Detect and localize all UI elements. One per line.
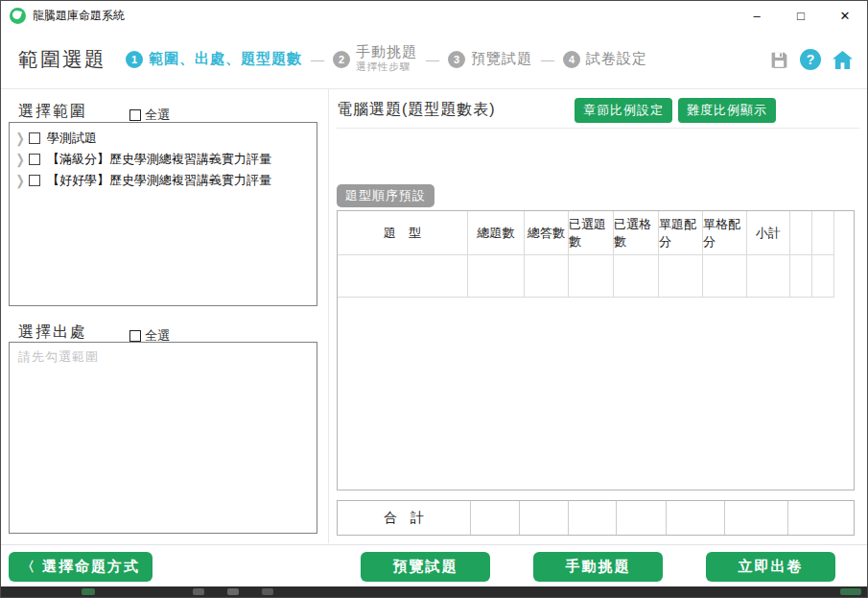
home-icon[interactable] [832,50,854,70]
column-header: 小計 [747,211,790,255]
table-cell[interactable] [338,255,468,298]
app-window: 龍騰題庫命題系統 – □ ✕ 範圍選題 1 範圍、出處、題型題數 — 2 手動挑… [0,0,868,598]
header: 範圍選題 1 範圍、出處、題型題數 — 2 手動挑題 選擇性步驟 — 3 預覽試… [1,30,867,89]
table-cell[interactable] [790,255,812,298]
table-cell[interactable] [747,255,790,298]
chapter-ratio-button[interactable]: 章節比例設定 [575,98,672,123]
step-2-number: 2 [333,51,350,68]
taskbar-icon [262,588,273,595]
title-bar: 龍騰題庫命題系統 – □ ✕ [1,1,867,30]
question-order-default-badge[interactable]: 題型順序預設 [337,184,434,207]
footer-bar: 〈 選擇命題方式 預覽試題 手動挑題 立即出卷 [1,544,867,588]
range-tree-item[interactable]: ❯ 【好好學】歷史學測總複習講義實力評量 [13,170,313,191]
range-item-label: 【滿級分】歷史學測總複習講義實力評量 [47,151,271,168]
source-placeholder-text: 請先勾選範圍 [18,348,99,366]
total-label: 合 計 [338,501,471,535]
step-1-label: 範圍、出處、題型題數 [149,51,302,67]
total-cell [667,501,725,535]
step-2-label: 手動挑題 [356,44,417,60]
source-select-all-checkbox[interactable] [129,330,141,342]
total-cell [788,501,852,535]
column-header: 已選題數 [569,211,614,255]
step-3-number: 3 [448,51,465,68]
table-cell[interactable] [569,255,614,298]
help-icon[interactable]: ? [800,49,821,70]
step-2-manual-pick[interactable]: 2 手動挑題 選擇性步驟 [333,44,417,74]
range-item-label: 學測試題 [47,130,97,147]
table-cell[interactable] [614,255,659,298]
manual-pick-button[interactable]: 手動挑題 [533,552,663,582]
range-item-checkbox[interactable] [29,132,40,144]
total-row-table: 合 計 [337,500,855,536]
step-4-label: 試卷設定 [586,51,647,67]
step-separator: — [311,52,324,67]
source-list-box: 請先勾選範圍 [9,342,317,534]
close-button[interactable]: ✕ [823,1,867,30]
panel-divider [328,89,329,543]
back-chevron-icon: 〈 [21,559,36,576]
question-type-table: 題 型 總題數 總答數 已選題數 已選格數 單題配分 單格配分 小計 [337,210,855,490]
column-header: 單題配分 [659,211,703,255]
main-area: 選擇範圍 全選 ❯ 學測試題 ❯ 【滿級分】歷史學測總複習講義實力評量 ❯ [1,89,867,544]
range-tree-item[interactable]: ❯ 學測試題 [13,128,313,149]
range-item-checkbox[interactable] [29,154,40,165]
window-title: 龍騰題庫命題系統 [33,8,125,24]
save-icon[interactable] [769,50,789,70]
table-cell[interactable] [525,255,569,298]
range-tree-item[interactable]: ❯ 【滿級分】歷史學測總複習講義實力評量 [13,149,313,170]
computer-selection-title: 電腦選題(題型題數表) [337,100,496,120]
step-3-preview[interactable]: 3 預覽試題 [448,51,532,68]
minimize-button[interactable]: – [735,1,779,30]
taskbar-icon [82,588,95,595]
difficulty-ratio-button[interactable]: 難度比例顯示 [678,98,776,123]
step-1-number: 1 [126,51,143,68]
column-header [812,211,834,255]
step-3-label: 預覽試題 [471,51,532,67]
total-cell [520,501,569,535]
taskbar-icon [193,588,204,595]
expand-chevron-icon[interactable]: ❯ [13,152,27,168]
back-to-mode-button[interactable]: 〈 選擇命題方式 [9,552,152,582]
column-header: 已選格數 [614,211,659,255]
page-title: 範圍選題 [18,46,106,73]
preview-questions-button[interactable]: 預覽試題 [361,552,490,582]
right-panel-divider [337,128,859,129]
table-cell[interactable] [659,255,703,298]
total-cell [617,501,667,535]
table-cell[interactable] [703,255,747,298]
expand-chevron-icon[interactable]: ❯ [13,131,27,147]
column-header: 總答數 [525,211,569,255]
range-item-label: 【好好學】歷史學測總複習講義實力評量 [47,172,271,189]
table-cell[interactable] [468,255,525,298]
step-separator: — [426,52,439,67]
expand-chevron-icon[interactable]: ❯ [13,173,27,189]
range-tree-box: ❯ 學測試題 ❯ 【滿級分】歷史學測總複習講義實力評量 ❯ 【好好學】歷史學測總… [9,122,317,306]
maximize-button[interactable]: □ [779,1,823,30]
app-logo-icon [10,8,26,24]
back-button-label: 選擇命題方式 [42,558,140,576]
step-2-sublabel: 選擇性步驟 [356,60,417,74]
taskbar-strip [1,586,867,597]
select-range-title: 選擇範圍 [18,102,87,122]
select-source-title: 選擇出處 [18,323,87,343]
total-cell [569,501,617,535]
generate-paper-button[interactable]: 立即出卷 [706,552,835,582]
step-1-range[interactable]: 1 範圍、出處、題型題數 [126,51,302,68]
range-item-checkbox[interactable] [29,175,40,186]
table-cell[interactable] [812,255,834,298]
step-4-paper-settings[interactable]: 4 試卷設定 [563,51,647,68]
taskbar-icon [840,588,861,595]
step-4-number: 4 [563,51,580,68]
total-cell [725,501,788,535]
column-header [790,211,812,255]
stepper: 1 範圍、出處、題型題數 — 2 手動挑題 選擇性步驟 — 3 預覽試題 — 4… [126,44,647,74]
step-separator: — [541,52,554,67]
range-select-all-checkbox[interactable] [129,109,141,121]
column-header: 總題數 [468,211,525,255]
taskbar-icon [227,588,239,595]
column-header: 單格配分 [703,211,747,255]
column-header: 題 型 [338,211,468,255]
total-cell [471,501,520,535]
